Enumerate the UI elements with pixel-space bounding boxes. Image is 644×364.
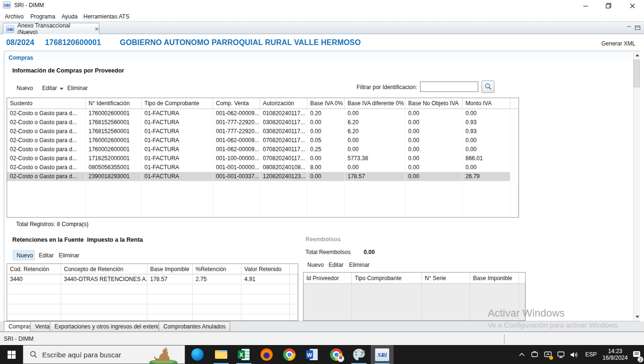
column-header[interactable]: N° Serie xyxy=(422,273,470,284)
cell xyxy=(304,284,352,321)
sri-app-icon: SRi xyxy=(3,1,11,9)
table-row[interactable]: 02-Costo o Gasto para d...23900182930010… xyxy=(7,172,519,181)
column-header[interactable]: Cod. Retención xyxy=(7,264,61,274)
column-header[interactable]: Sustento xyxy=(7,98,86,109)
table-row[interactable]: 02-Costo o Gasto para d...17600026000010… xyxy=(7,109,519,118)
column-header[interactable]: Tipo Comprobante xyxy=(352,273,422,284)
tray-network-button[interactable] xyxy=(555,345,567,364)
reembolsos-eliminar-button[interactable]: Eliminar xyxy=(347,261,371,269)
scroll-down-button[interactable] xyxy=(634,313,641,320)
cell xyxy=(213,181,260,218)
tray-tablet-button[interactable] xyxy=(528,345,541,364)
restore-button[interactable] xyxy=(598,0,619,11)
cell: 070820240117... xyxy=(260,136,307,145)
column-header[interactable]: Base No Objeto IVA xyxy=(405,98,463,109)
view-maximize-icon[interactable] xyxy=(635,25,641,30)
tab-anexo-transaccional[interactable]: SRi Anexo Transaccional (Nuevo) ✕ xyxy=(3,23,99,35)
taskbar-search[interactable] xyxy=(23,345,185,364)
search-input[interactable] xyxy=(42,351,149,359)
taskbar-firefox[interactable] xyxy=(255,345,278,364)
vertical-scrollbar[interactable] xyxy=(633,52,640,320)
cell: 02-Costo o Gasto para d... xyxy=(7,163,86,172)
filter-input[interactable] xyxy=(420,82,478,92)
taskbar-chrome-profile[interactable] xyxy=(325,345,348,364)
cell: 01-FACTURA xyxy=(142,109,213,118)
tray-volume-button[interactable] xyxy=(567,345,581,364)
column-header[interactable] xyxy=(510,98,519,109)
taskbar-paint[interactable] xyxy=(348,345,370,364)
retenciones-editar-button[interactable]: Editar xyxy=(37,251,55,260)
taskbar-edge[interactable] xyxy=(186,345,209,364)
table-row[interactable]: 02-Costo o Gasto para d...17600026000010… xyxy=(7,136,519,145)
filter-search-button[interactable] xyxy=(482,81,494,93)
clock[interactable]: 14:23 16/9/2024 xyxy=(600,345,630,364)
taskbar-word[interactable]: W xyxy=(301,345,323,364)
status-divider[interactable] xyxy=(504,335,505,343)
column-header[interactable]: Valor Retenido xyxy=(242,264,290,274)
cell: 6.20 xyxy=(345,127,405,136)
tray-chevron-button[interactable] xyxy=(516,345,528,364)
scroll-up-button[interactable] xyxy=(634,52,641,59)
tab-exportaciones[interactable]: Exportaciones y otros ingresos del exter… xyxy=(50,321,167,331)
reembolsos-editar-button[interactable]: Editar xyxy=(327,261,345,269)
table-row[interactable]: 02-Costo o Gasto para d...17681525600010… xyxy=(7,127,519,136)
retenciones-title: Retenciones en la Fuente Impuesto a la R… xyxy=(12,237,143,243)
table-row[interactable]: 02-Costo o Gasto para d...17600026000010… xyxy=(7,145,519,154)
taskbar-excel[interactable]: X xyxy=(233,345,255,364)
column-header[interactable] xyxy=(519,273,525,284)
tray-display-alert-button[interactable] xyxy=(542,345,554,364)
scrollbar-thumb[interactable] xyxy=(634,60,640,87)
reembolsos-nuevo-button[interactable]: Nuevo xyxy=(305,261,326,269)
column-header[interactable] xyxy=(290,264,298,274)
windows-logo-icon xyxy=(8,351,16,359)
minimize-button[interactable] xyxy=(575,0,597,11)
menu-herramientas-ats[interactable]: Herramientas ATS xyxy=(81,12,131,21)
column-header[interactable]: Comp. Venta xyxy=(213,98,260,109)
table-filler xyxy=(7,181,519,218)
generar-xml-button[interactable]: Generar XML xyxy=(601,40,635,47)
table-row[interactable]: 02-Costo o Gasto para d...08050563550010… xyxy=(7,163,519,172)
language-indicator[interactable]: ESP xyxy=(582,345,599,364)
column-header[interactable]: Base IVA 0% xyxy=(307,98,345,109)
filter-label: Filtrar por Identificacion: xyxy=(357,84,417,91)
taskbar-explorer[interactable] xyxy=(210,345,233,364)
column-header[interactable]: N° Identificación xyxy=(86,98,142,109)
cell: 0805056355001 xyxy=(86,163,142,172)
column-header[interactable]: %Retención xyxy=(193,264,242,274)
close-button[interactable] xyxy=(621,0,643,11)
column-header[interactable]: Base Imponible xyxy=(470,273,519,284)
menu-programa[interactable]: Programa xyxy=(28,12,57,21)
cell xyxy=(61,284,147,294)
view-minimize-icon[interactable] xyxy=(626,25,632,30)
column-header[interactable]: Base IVA diferente 0% xyxy=(345,98,405,109)
editar-dropdown-arrow-icon[interactable] xyxy=(60,88,63,90)
table-row-empty xyxy=(7,294,298,304)
arrow-down-icon xyxy=(635,316,639,318)
column-header[interactable]: Concepto de Retención xyxy=(61,264,147,274)
column-header[interactable]: Id Proveedor xyxy=(304,273,352,284)
tab-comprobantes-anulados[interactable]: Comprobantes Anulados xyxy=(159,321,230,331)
cell: 0.00 xyxy=(307,127,345,136)
column-header[interactable]: Monto IVA xyxy=(463,98,510,109)
table-row[interactable]: 02-Costo o Gasto para d...17162520000010… xyxy=(7,154,519,163)
table-row[interactable]: 02-Costo o Gasto para d...17681525600010… xyxy=(7,118,519,127)
start-button[interactable] xyxy=(0,345,23,364)
menu-archivo[interactable]: Archivo xyxy=(3,12,26,21)
cell: 0.00 xyxy=(345,163,405,172)
column-header[interactable]: Base Imponible xyxy=(147,264,193,274)
retenciones-nuevo-button[interactable]: Nuevo xyxy=(15,251,35,260)
column-header[interactable]: Tipo de Comprobante xyxy=(142,98,213,109)
tab-close-icon[interactable]: ✕ xyxy=(95,26,99,32)
cell: 01-FACTURA xyxy=(142,127,213,136)
column-header[interactable]: Autorización xyxy=(260,98,307,109)
compras-nuevo-button[interactable]: Nuevo xyxy=(15,84,35,92)
retenciones-eliminar-button[interactable]: Eliminar xyxy=(57,251,81,260)
compras-eliminar-button[interactable]: Eliminar xyxy=(65,84,89,92)
table-row[interactable]: 34403440-OTRAS RETENCIONES A...178.572.7… xyxy=(7,274,298,284)
taskbar-chrome[interactable] xyxy=(278,345,301,364)
taskbar-sri-active[interactable]: SRi xyxy=(371,345,394,364)
tablet-icon xyxy=(531,351,538,358)
compras-editar-button[interactable]: Editar xyxy=(40,84,59,92)
menu-ayuda[interactable]: Ayuda xyxy=(60,12,80,21)
notification-center-button[interactable]: 2 xyxy=(630,345,644,364)
